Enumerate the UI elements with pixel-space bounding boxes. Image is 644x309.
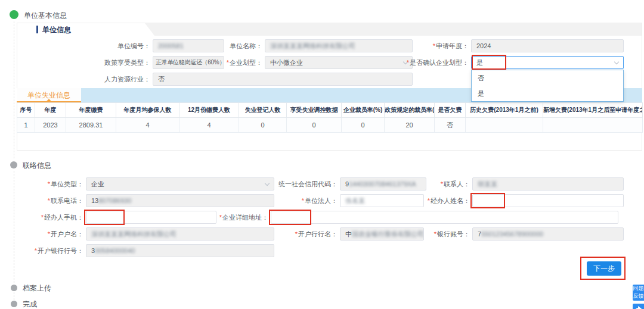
required-asterisk: * — [295, 230, 298, 238]
bank-no-field: 300584000040 — [86, 244, 274, 257]
required-asterisk: * — [227, 59, 229, 66]
contact-phone-label: *联系电话： — [12, 194, 83, 207]
tab-caret-icon — [47, 99, 51, 101]
agent-name-label: *经办人姓名： — [405, 194, 470, 207]
required-asterisk: * — [441, 180, 443, 188]
required-asterisk: * — [219, 214, 222, 221]
required-asterisk: * — [35, 247, 37, 254]
account-name-field: 深圳某某某网络科技有限公司 — [86, 227, 274, 241]
bank-account-label: *银行账号： — [413, 227, 470, 241]
address-label: *企业详细地址： — [204, 211, 268, 224]
dropdown-option-yes[interactable]: 是 — [472, 86, 623, 101]
step-label-unit-basic-info: 单位基本信息 — [24, 11, 67, 20]
feedback-line1: 问题 — [633, 285, 644, 292]
enterprise-scale-label: *企业划型： — [205, 56, 262, 69]
col-registered-unemployed: 失业登记人数 — [239, 103, 287, 118]
required-asterisk: * — [407, 59, 409, 66]
cell-layoff-rate: 0 — [342, 118, 385, 133]
tab-unit-info[interactable]: 单位信息 — [17, 23, 154, 36]
cell-historic-arrears — [466, 118, 543, 133]
required-asterisk: * — [434, 230, 436, 238]
cell-annual-payment: 2809.31 — [66, 118, 116, 133]
step-bullet-done-icon — [11, 301, 17, 307]
feedback-button[interactable]: 问题 反馈 — [633, 285, 644, 301]
feedback-line2: 反馈 — [633, 292, 644, 300]
agent-phone-input[interactable] — [86, 211, 216, 224]
bank-name-field: 中国农业银行股份有限公司深圳某支行 — [340, 227, 424, 241]
contact-person-field: 胡某某 — [472, 177, 624, 191]
unit-code-label: 单位编号： — [72, 39, 150, 52]
step-bullet-active-icon — [10, 10, 18, 19]
col-annual-payment: 年度缴费 — [66, 103, 116, 118]
hr-industry-label: 人力资源行业： — [72, 73, 150, 86]
required-asterisk: * — [302, 197, 304, 204]
table-header-row: 序号 年度 年度缴费 年度月均参保人数 12月份缴费人数 失业登记人数 享受失业… — [17, 103, 643, 118]
cell-avg-insured: 4 — [116, 118, 179, 133]
account-name-label: *开户户名： — [12, 227, 83, 241]
step-label-complete: 完成 — [23, 300, 37, 308]
col-december-payers: 12月份缴费人数 — [179, 103, 239, 118]
col-year: 年度 — [35, 103, 66, 118]
bank-account-masked-value: 55012345678900000 — [481, 230, 543, 238]
agent-phone-label: *经办人手机： — [12, 211, 83, 224]
tab-accent-bar — [36, 26, 38, 33]
bank-no-masked-value: 00584000040 — [95, 247, 135, 254]
col-layoff-rate: 企业裁员率(%) — [342, 103, 385, 118]
step-bullet-upload-icon — [11, 285, 17, 291]
required-asterisk: * — [48, 197, 50, 204]
required-asterisk: * — [48, 180, 50, 188]
contact-section-title: 联络信息 — [23, 161, 51, 171]
bank-account-field: 755012345678900000 — [472, 227, 624, 241]
contact-phone-field: 13807086930 — [86, 194, 274, 207]
confirm-scale-label: *是否确认企业划型： — [400, 56, 469, 69]
hr-industry-field: 否 — [153, 73, 413, 86]
unemployment-table: 序号 年度 年度缴费 年度月均参保人数 12月份缴费人数 失业登记人数 享受失业… — [17, 102, 643, 133]
required-asterisk: * — [41, 214, 44, 221]
credit-code-label: 统一社会信用代码： — [256, 177, 338, 191]
bank-no-label: *开户银行行号： — [12, 244, 83, 257]
required-asterisk: * — [428, 197, 430, 204]
dropdown-option-no[interactable]: 否 — [472, 70, 623, 86]
confirm-scale-select[interactable]: 是 — [471, 56, 624, 69]
contact-phone-masked-value: 807086930 — [98, 197, 131, 204]
arrow-icon — [634, 305, 642, 309]
col-new-arrears: 新增欠费(2013年1月之后至申请年度之前) — [543, 103, 643, 118]
tab-unit-info-label: 单位信息 — [42, 25, 71, 35]
col-regulation-data: 享受失业调控数据 — [287, 103, 342, 118]
confirm-scale-dropdown: 否 是 — [471, 70, 624, 102]
unit-name-field: 深圳某某某网络科技有限公司 — [265, 39, 413, 52]
contact-person-masked-value: 胡某某 — [478, 180, 497, 188]
step-bullet-contact-icon — [10, 161, 17, 168]
cell-year: 2023 — [35, 118, 66, 133]
timeline-connector — [14, 292, 14, 300]
account-name-masked-value: 深圳某某某网络科技有限公司 — [91, 230, 177, 238]
policy-type-label: 政策享受类型： — [72, 56, 150, 69]
bank-name-label: *开户行行名： — [273, 227, 338, 241]
unit-type-label: *单位类型： — [12, 177, 83, 191]
unit-name-masked-value: 深圳某某某网络科技有限公司 — [270, 42, 355, 49]
unit-type-select: 企业 — [86, 177, 274, 191]
cell-registered-unemployed: 0 — [239, 118, 287, 133]
cell-index: 1 — [17, 118, 35, 133]
col-policy-layoff-rate: 政策规定的裁员率(%) — [385, 103, 435, 118]
cell-regulation-data: 0 — [287, 118, 342, 133]
col-arrears: 是否欠费 — [435, 103, 466, 118]
chevron-down-icon — [614, 60, 619, 64]
contact-phone-prefix: 13 — [91, 197, 98, 204]
back-to-top-button[interactable] — [633, 304, 644, 309]
credit-code-masked-value: 1440300708461379XA — [349, 180, 416, 188]
bank-name-prefix: 中 — [345, 230, 352, 238]
col-avg-insured: 年度月均参保人数 — [116, 103, 179, 118]
cell-december-payers: 4 — [179, 118, 239, 133]
step-label-file-upload: 档案上传 — [23, 284, 51, 292]
table-row: 1 2023 2809.31 4 4 0 0 0 20 否 — [17, 118, 643, 133]
next-step-button[interactable]: 下一步 — [587, 261, 621, 276]
col-index: 序号 — [17, 103, 35, 118]
contact-person-label: *联系人： — [413, 177, 470, 191]
agent-name-input[interactable] — [472, 194, 624, 207]
address-input[interactable] — [271, 211, 618, 224]
unit-name-label: 单位名称： — [191, 39, 262, 52]
col-historic-arrears: 历史欠费(2013年1月之前) — [466, 103, 543, 118]
cell-policy-layoff-rate: 20 — [385, 118, 435, 133]
required-asterisk: * — [48, 230, 50, 238]
